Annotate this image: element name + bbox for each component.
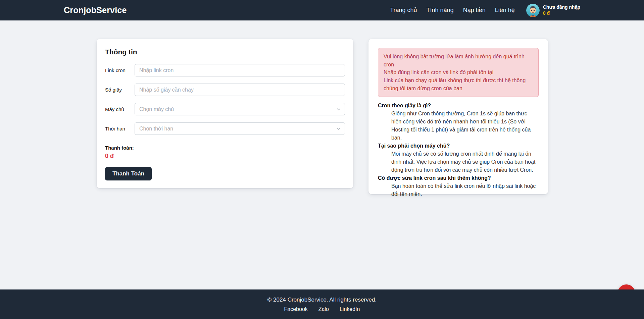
page-footer: © 2024 CronjobService. All rights reserv…: [0, 289, 644, 319]
warning-line: Vui lòng không bật tường lửa làm ảnh hưở…: [384, 53, 533, 68]
nav-link-contact[interactable]: Liên hệ: [495, 7, 515, 14]
top-navbar: CronjobService Trang chủ Tính năng Nạp t…: [0, 0, 644, 20]
user-meta: Chưa đăng nhập 0 đ: [543, 4, 580, 16]
main-content: Thông tin Link cron Số giây Máy chủ Chọn…: [0, 20, 644, 289]
faq-question: Có được sửa link cron sau khi thêm không…: [378, 174, 539, 182]
faq-answer: Bạn hoàn toàn có thể sửa link cron nếu l…: [378, 182, 539, 198]
avatar-cartoon-boy-icon: [526, 4, 540, 17]
user-avatar[interactable]: [526, 4, 540, 17]
link-cron-label: Link cron: [105, 67, 135, 73]
server-select-placeholder: Chọn máy chủ: [139, 106, 174, 112]
payment-block: Thanh toán: 0 đ: [105, 145, 345, 160]
warning-line: Link của bạn chạy quá lâu không thực thi…: [384, 76, 533, 92]
form-title: Thông tin: [105, 48, 345, 56]
warning-line: Nhập đúng link cần cron và link đó phải …: [384, 68, 533, 76]
faq-question: Tại sao phải chọn máy chủ?: [378, 142, 539, 150]
user-chip[interactable]: Chưa đăng nhập 0 đ: [526, 4, 580, 17]
nav-links: Trang chủ Tính năng Nạp tiền Liên hệ: [390, 7, 515, 14]
faq-question: Cron theo giây là gì?: [378, 102, 539, 110]
footer-link-facebook[interactable]: Facebook: [284, 306, 308, 312]
navbar-right: Trang chủ Tính năng Nạp tiền Liên hệ: [390, 4, 580, 17]
link-cron-input[interactable]: [135, 64, 345, 76]
faq-answer: Mỗi máy chủ sẽ có số lượng cron nhất địn…: [378, 150, 539, 174]
nav-link-features[interactable]: Tính năng: [427, 7, 454, 14]
server-select[interactable]: Chọn máy chủ: [135, 103, 345, 115]
duration-select[interactable]: Chọn thời hạn: [135, 122, 345, 135]
nav-link-home[interactable]: Trang chủ: [390, 7, 417, 14]
duration-label: Thời hạn: [105, 126, 135, 131]
footer-link-zalo[interactable]: Zalo: [318, 306, 329, 312]
form-row-seconds: Số giây: [105, 84, 345, 96]
server-label: Máy chủ: [105, 106, 135, 112]
seconds-label: Số giây: [105, 87, 135, 93]
warning-alert: Vui lòng không bật tường lửa làm ảnh hưở…: [378, 48, 539, 97]
form-row-link-cron: Link cron: [105, 64, 345, 76]
seconds-input[interactable]: [135, 84, 345, 96]
payment-label: Thanh toán:: [105, 145, 345, 151]
form-row-server: Máy chủ Chọn máy chủ: [105, 103, 345, 115]
user-login-status: Chưa đăng nhập: [543, 4, 580, 10]
brand-logo[interactable]: CronjobService: [64, 5, 127, 15]
footer-links: Facebook Zalo LinkedIn: [284, 306, 360, 312]
pay-button[interactable]: Thanh Toán: [105, 167, 152, 180]
duration-select-placeholder: Chọn thời hạn: [139, 126, 173, 132]
footer-link-linkedin[interactable]: LinkedIn: [340, 306, 360, 312]
copyright-text: © 2024 CronjobService. All rights reserv…: [267, 297, 377, 303]
nav-link-topup[interactable]: Nạp tiền: [463, 7, 486, 14]
info-card: Vui lòng không bật tường lửa làm ảnh hưở…: [368, 39, 548, 194]
form-row-duration: Thời hạn Chọn thời hạn: [105, 122, 345, 135]
payment-amount: 0 đ: [105, 153, 345, 160]
faq-list: Cron theo giây là gì? Giống như Cron thô…: [378, 102, 539, 198]
faq-answer: Giống như Cron thông thường, Cron 1s sẽ …: [378, 110, 539, 142]
cron-form-card: Thông tin Link cron Số giây Máy chủ Chọn…: [97, 39, 353, 188]
user-balance: 0 đ: [543, 10, 580, 16]
